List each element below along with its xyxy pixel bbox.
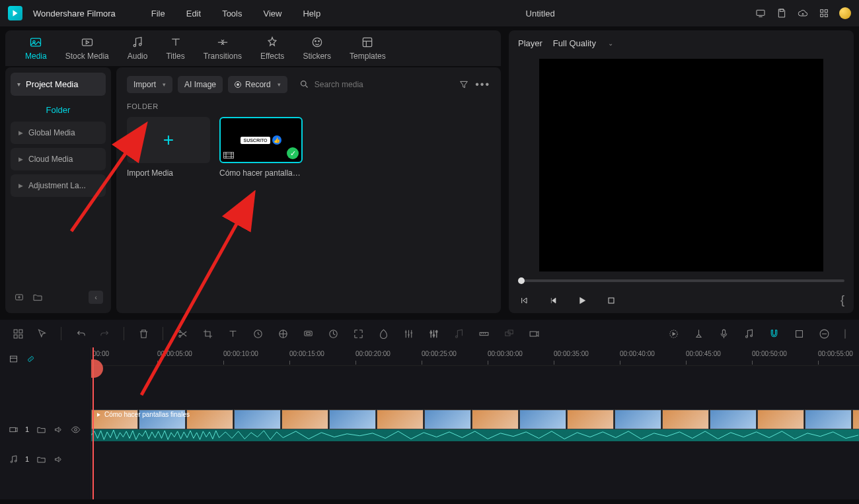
tab-stock-media[interactable]: Stock Media — [65, 36, 109, 61]
more-options-icon[interactable]: ••• — [475, 79, 490, 90]
svg-rect-22 — [224, 152, 234, 158]
color-icon[interactable] — [277, 328, 289, 340]
media-content-area: Import▾ AI Image Record▾ ••• FOLDER + Im… — [116, 67, 501, 313]
prev-frame-icon[interactable] — [518, 295, 530, 306]
ruler-icon[interactable] — [478, 328, 490, 340]
track-mute-icon[interactable] — [53, 424, 63, 435]
zoom-slider-icon[interactable] — [843, 328, 847, 340]
tab-audio[interactable]: Audio — [128, 36, 148, 61]
detach-audio-icon[interactable] — [453, 328, 465, 340]
menu-edit[interactable]: Edit — [181, 6, 206, 21]
save-icon[interactable] — [776, 7, 788, 19]
svg-rect-16 — [363, 38, 372, 46]
menu-view[interactable]: View — [258, 6, 287, 21]
filter-icon[interactable] — [458, 79, 470, 90]
import-media-card[interactable]: + Import Media — [127, 117, 210, 178]
quality-dropdown[interactable]: Full Quality⌄ — [553, 38, 613, 48]
magnetic-icon[interactable] — [768, 328, 780, 340]
screen-icon[interactable] — [755, 7, 766, 19]
video-track[interactable]: Cómo hacer pantallas finales — [91, 408, 859, 445]
new-folder-icon[interactable] — [32, 291, 44, 303]
collapse-sidebar-icon[interactable]: ‹ — [89, 291, 103, 304]
timeline-options-icon[interactable] — [8, 353, 19, 364]
voiceover-icon[interactable] — [718, 328, 729, 340]
track-visibility-icon[interactable] — [70, 424, 81, 435]
audio-folder-icon[interactable] — [36, 454, 46, 464]
audio-track[interactable] — [91, 445, 859, 468]
keyframe-icon[interactable] — [327, 328, 339, 340]
track-folder-icon[interactable] — [36, 424, 46, 435]
stop-icon[interactable] — [605, 295, 617, 306]
marker-icon[interactable] — [692, 328, 704, 340]
record-button[interactable]: Record▾ — [228, 76, 287, 93]
tab-titles[interactable]: Titles — [166, 36, 184, 61]
audio-sync-icon[interactable] — [743, 328, 755, 340]
apps-icon[interactable] — [818, 7, 830, 19]
preview-render-icon[interactable] — [667, 328, 679, 340]
tab-effects[interactable]: Effects — [260, 36, 284, 61]
media-clip-card[interactable]: SUSCRITO 👍 ✓ Cómo hacer pantallas ... — [219, 117, 303, 178]
svg-point-14 — [315, 41, 316, 42]
snapping-icon[interactable] — [793, 328, 805, 340]
play-icon[interactable] — [576, 295, 588, 306]
delete-icon[interactable] — [137, 328, 149, 340]
svg-point-20 — [301, 81, 306, 87]
svg-point-59 — [74, 428, 77, 431]
sidebar-item-global-media[interactable]: ▶Global Media — [11, 122, 106, 144]
folder-section-header: FOLDER — [127, 102, 490, 110]
timeline-tracks[interactable]: 00:00 00:00:05:00 00:00:10:00 00:00:15:0… — [91, 347, 859, 499]
user-avatar[interactable] — [839, 7, 851, 19]
new-bin-icon[interactable] — [13, 291, 25, 303]
menu-file[interactable]: File — [146, 6, 170, 21]
svg-point-42 — [455, 336, 457, 338]
player-scrubber[interactable] — [509, 274, 854, 287]
search-media[interactable] — [293, 75, 453, 93]
redo-icon[interactable] — [98, 328, 110, 340]
svg-point-50 — [745, 336, 747, 338]
grid-icon[interactable] — [12, 328, 24, 340]
crop-icon[interactable] — [202, 328, 213, 340]
play-backward-icon[interactable] — [547, 295, 559, 306]
undo-icon[interactable] — [75, 328, 87, 340]
render-icon[interactable] — [528, 328, 540, 340]
svg-rect-56 — [10, 356, 17, 362]
group-icon[interactable] — [503, 328, 515, 340]
svg-rect-58 — [9, 427, 15, 431]
greenscreen-icon[interactable] — [377, 328, 389, 340]
menu-help[interactable]: Help — [297, 6, 326, 21]
svg-marker-10 — [86, 41, 89, 44]
document-title: Untitled — [336, 9, 744, 18]
audio-mute-icon[interactable] — [53, 454, 63, 464]
mask-icon[interactable] — [302, 328, 314, 340]
text-icon[interactable] — [227, 328, 239, 340]
expand-icon[interactable] — [352, 328, 364, 340]
audio-mixer-icon[interactable] — [428, 328, 439, 340]
tab-transitions[interactable]: Transitions — [204, 36, 242, 61]
cursor-icon[interactable] — [36, 328, 48, 340]
tab-templates[interactable]: Templates — [350, 36, 386, 61]
audio-track-icon — [8, 454, 19, 464]
brace-icon[interactable]: { — [840, 293, 844, 307]
app-name: Wondershare Filmora — [33, 9, 116, 18]
video-track-header[interactable]: 1 — [0, 411, 91, 448]
link-icon[interactable] — [25, 353, 36, 364]
speed-icon[interactable] — [252, 328, 264, 340]
cloud-upload-icon[interactable] — [797, 7, 809, 19]
split-icon[interactable] — [176, 328, 188, 340]
tab-media[interactable]: Media — [25, 36, 47, 61]
project-media-button[interactable]: ▾Project Media — [11, 73, 106, 96]
ai-image-button[interactable]: AI Image — [178, 76, 223, 93]
menu-tools[interactable]: Tools — [217, 6, 247, 21]
timeline-ruler[interactable]: 00:00 00:00:05:00 00:00:10:00 00:00:15:0… — [91, 347, 859, 366]
video-preview[interactable] — [539, 59, 823, 271]
sidebar-item-cloud-media[interactable]: ▶Cloud Media — [11, 148, 106, 170]
playhead[interactable] — [93, 347, 94, 499]
search-input[interactable] — [315, 80, 446, 89]
audio-track-header[interactable]: 1 — [0, 448, 91, 470]
media-type-icon — [223, 151, 234, 159]
sidebar-item-adjustment-layer[interactable]: ▶Adjustment La... — [11, 174, 106, 197]
zoom-out-icon[interactable] — [818, 328, 830, 340]
adjust-icon[interactable] — [402, 328, 414, 340]
import-button[interactable]: Import▾ — [127, 76, 172, 93]
tab-stickers[interactable]: Stickers — [303, 36, 331, 61]
